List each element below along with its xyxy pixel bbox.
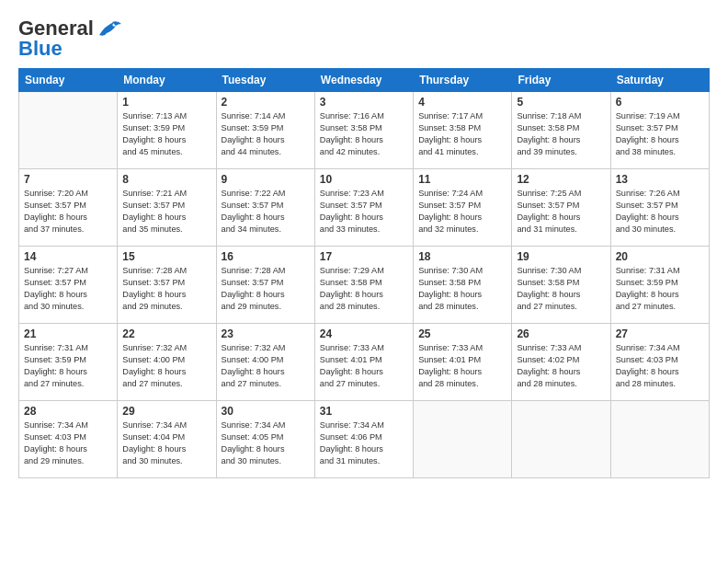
table-cell: 10Sunrise: 7:23 AM Sunset: 3:57 PM Dayli… (314, 169, 413, 247)
table-cell: 8Sunrise: 7:21 AM Sunset: 3:57 PM Daylig… (118, 169, 216, 247)
day-number: 21 (24, 327, 112, 340)
col-thursday: Thursday (414, 69, 512, 92)
cell-info: Sunrise: 7:26 AM Sunset: 3:57 PM Dayligh… (616, 188, 704, 236)
table-cell: 25Sunrise: 7:33 AM Sunset: 4:01 PM Dayli… (414, 324, 512, 401)
table-cell: 17Sunrise: 7:29 AM Sunset: 3:58 PM Dayli… (314, 247, 413, 324)
table-cell: 7Sunrise: 7:20 AM Sunset: 3:57 PM Daylig… (19, 169, 118, 247)
table-cell: 20Sunrise: 7:31 AM Sunset: 3:59 PM Dayli… (610, 247, 709, 324)
cell-info: Sunrise: 7:34 AM Sunset: 4:03 PM Dayligh… (616, 342, 704, 390)
table-cell: 13Sunrise: 7:26 AM Sunset: 3:57 PM Dayli… (610, 169, 709, 247)
cell-info: Sunrise: 7:16 AM Sunset: 3:58 PM Dayligh… (320, 110, 408, 158)
table-cell: 15Sunrise: 7:28 AM Sunset: 3:57 PM Dayli… (118, 247, 216, 324)
cell-info: Sunrise: 7:34 AM Sunset: 4:04 PM Dayligh… (122, 419, 210, 467)
cell-info: Sunrise: 7:31 AM Sunset: 3:59 PM Dayligh… (616, 265, 704, 313)
cell-info: Sunrise: 7:17 AM Sunset: 3:58 PM Dayligh… (418, 110, 506, 158)
table-cell: 2Sunrise: 7:14 AM Sunset: 3:59 PM Daylig… (216, 92, 314, 169)
cell-info: Sunrise: 7:34 AM Sunset: 4:06 PM Dayligh… (320, 419, 408, 467)
day-number: 22 (122, 327, 210, 340)
page: General Blue Sunday Monday Tuesday Wedne… (0, 0, 728, 563)
calendar-week-row: 28Sunrise: 7:34 AM Sunset: 4:03 PM Dayli… (19, 401, 710, 478)
day-number: 20 (616, 250, 704, 263)
cell-info: Sunrise: 7:30 AM Sunset: 3:58 PM Dayligh… (517, 265, 605, 313)
day-number: 8 (122, 173, 210, 186)
table-cell (610, 401, 709, 478)
day-number: 13 (616, 173, 704, 186)
col-friday: Friday (512, 69, 610, 92)
col-sunday: Sunday (19, 69, 118, 92)
calendar-week-row: 21Sunrise: 7:31 AM Sunset: 3:59 PM Dayli… (19, 324, 710, 401)
table-cell: 21Sunrise: 7:31 AM Sunset: 3:59 PM Dayli… (19, 324, 118, 401)
calendar-header-row: Sunday Monday Tuesday Wednesday Thursday… (19, 69, 710, 92)
day-number: 28 (24, 405, 112, 418)
day-number: 26 (517, 327, 605, 340)
header: General Blue (18, 17, 710, 61)
day-number: 27 (616, 327, 704, 340)
day-number: 24 (320, 327, 408, 340)
table-cell: 1Sunrise: 7:13 AM Sunset: 3:59 PM Daylig… (118, 92, 216, 169)
cell-info: Sunrise: 7:21 AM Sunset: 3:57 PM Dayligh… (122, 188, 210, 236)
col-tuesday: Tuesday (216, 69, 314, 92)
table-cell: 14Sunrise: 7:27 AM Sunset: 3:57 PM Dayli… (19, 247, 118, 324)
table-cell: 19Sunrise: 7:30 AM Sunset: 3:58 PM Dayli… (512, 247, 610, 324)
table-cell: 12Sunrise: 7:25 AM Sunset: 3:57 PM Dayli… (512, 169, 610, 247)
cell-info: Sunrise: 7:31 AM Sunset: 3:59 PM Dayligh… (24, 342, 112, 390)
table-cell: 5Sunrise: 7:18 AM Sunset: 3:58 PM Daylig… (512, 92, 610, 169)
table-cell: 24Sunrise: 7:33 AM Sunset: 4:01 PM Dayli… (314, 324, 413, 401)
logo-bird-icon (96, 18, 121, 39)
table-cell: 22Sunrise: 7:32 AM Sunset: 4:00 PM Dayli… (118, 324, 216, 401)
table-cell: 28Sunrise: 7:34 AM Sunset: 4:03 PM Dayli… (19, 401, 118, 478)
calendar-week-row: 1Sunrise: 7:13 AM Sunset: 3:59 PM Daylig… (19, 92, 710, 169)
day-number: 31 (320, 405, 408, 418)
day-number: 14 (24, 250, 112, 263)
day-number: 3 (320, 96, 408, 109)
table-cell: 16Sunrise: 7:28 AM Sunset: 3:57 PM Dayli… (216, 247, 314, 324)
table-cell: 4Sunrise: 7:17 AM Sunset: 3:58 PM Daylig… (414, 92, 512, 169)
table-cell: 9Sunrise: 7:22 AM Sunset: 3:57 PM Daylig… (216, 169, 314, 247)
calendar-week-row: 7Sunrise: 7:20 AM Sunset: 3:57 PM Daylig… (19, 169, 710, 247)
col-wednesday: Wednesday (314, 69, 413, 92)
day-number: 1 (122, 96, 210, 109)
cell-info: Sunrise: 7:32 AM Sunset: 4:00 PM Dayligh… (122, 342, 210, 390)
day-number: 7 (24, 173, 112, 186)
day-number: 19 (517, 250, 605, 263)
cell-info: Sunrise: 7:33 AM Sunset: 4:02 PM Dayligh… (517, 342, 605, 390)
table-cell: 3Sunrise: 7:16 AM Sunset: 3:58 PM Daylig… (314, 92, 413, 169)
day-number: 12 (517, 173, 605, 186)
cell-info: Sunrise: 7:18 AM Sunset: 3:58 PM Dayligh… (517, 110, 605, 158)
table-cell: 18Sunrise: 7:30 AM Sunset: 3:58 PM Dayli… (414, 247, 512, 324)
cell-info: Sunrise: 7:33 AM Sunset: 4:01 PM Dayligh… (320, 342, 408, 390)
day-number: 2 (222, 96, 310, 109)
day-number: 9 (222, 173, 310, 186)
day-number: 18 (418, 250, 506, 263)
cell-info: Sunrise: 7:23 AM Sunset: 3:57 PM Dayligh… (320, 188, 408, 236)
day-number: 4 (418, 96, 506, 109)
day-number: 17 (320, 250, 408, 263)
day-number: 23 (222, 327, 310, 340)
table-cell: 23Sunrise: 7:32 AM Sunset: 4:00 PM Dayli… (216, 324, 314, 401)
table-cell (19, 92, 118, 169)
table-cell: 29Sunrise: 7:34 AM Sunset: 4:04 PM Dayli… (118, 401, 216, 478)
table-cell (414, 401, 512, 478)
table-cell: 26Sunrise: 7:33 AM Sunset: 4:02 PM Dayli… (512, 324, 610, 401)
day-number: 10 (320, 173, 408, 186)
table-cell: 27Sunrise: 7:34 AM Sunset: 4:03 PM Dayli… (610, 324, 709, 401)
cell-info: Sunrise: 7:13 AM Sunset: 3:59 PM Dayligh… (122, 110, 210, 158)
cell-info: Sunrise: 7:27 AM Sunset: 3:57 PM Dayligh… (24, 265, 112, 313)
table-cell: 30Sunrise: 7:34 AM Sunset: 4:05 PM Dayli… (216, 401, 314, 478)
logo-blue-text: Blue (18, 37, 63, 61)
day-number: 15 (122, 250, 210, 263)
table-cell: 6Sunrise: 7:19 AM Sunset: 3:57 PM Daylig… (610, 92, 709, 169)
logo: General Blue (18, 17, 121, 61)
col-monday: Monday (118, 69, 216, 92)
cell-info: Sunrise: 7:14 AM Sunset: 3:59 PM Dayligh… (222, 110, 310, 158)
cell-info: Sunrise: 7:32 AM Sunset: 4:00 PM Dayligh… (222, 342, 310, 390)
table-cell: 11Sunrise: 7:24 AM Sunset: 3:57 PM Dayli… (414, 169, 512, 247)
cell-info: Sunrise: 7:34 AM Sunset: 4:05 PM Dayligh… (222, 419, 310, 467)
cell-info: Sunrise: 7:29 AM Sunset: 3:58 PM Dayligh… (320, 265, 408, 313)
day-number: 29 (122, 405, 210, 418)
day-number: 11 (418, 173, 506, 186)
cell-info: Sunrise: 7:28 AM Sunset: 3:57 PM Dayligh… (222, 265, 310, 313)
col-saturday: Saturday (610, 69, 709, 92)
cell-info: Sunrise: 7:30 AM Sunset: 3:58 PM Dayligh… (418, 265, 506, 313)
cell-info: Sunrise: 7:20 AM Sunset: 3:57 PM Dayligh… (24, 188, 112, 236)
